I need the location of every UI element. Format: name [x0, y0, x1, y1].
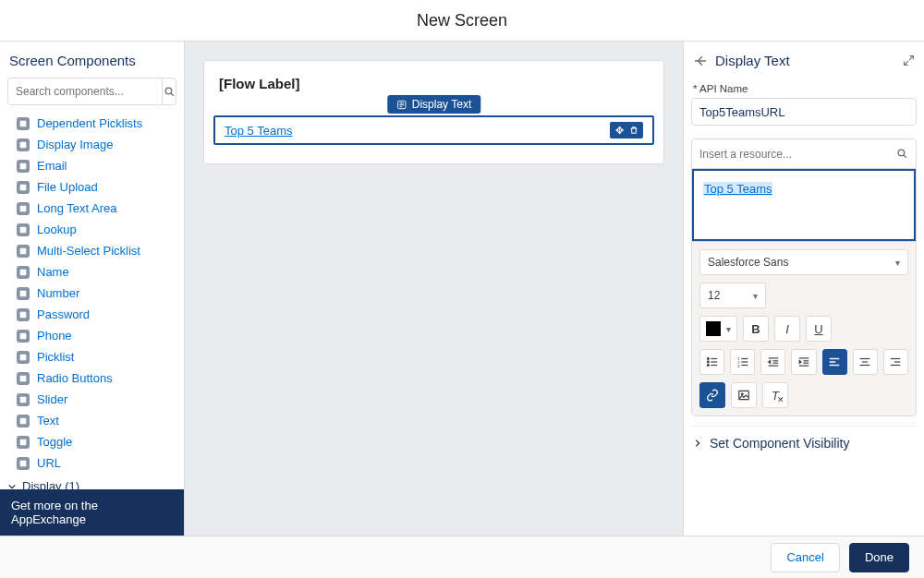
- component-link[interactable]: Radio Buttons: [37, 371, 113, 385]
- color-swatch-icon: [706, 321, 721, 336]
- component-link[interactable]: Phone: [37, 329, 72, 343]
- component-link[interactable]: Number: [37, 286, 79, 300]
- component-item[interactable]: Name: [0, 261, 184, 283]
- component-link[interactable]: Multi-Select Picklist: [37, 244, 140, 258]
- component-icon: [17, 202, 30, 215]
- svg-point-0: [165, 88, 172, 94]
- search-icon[interactable]: [896, 148, 908, 160]
- component-item[interactable]: Display Image: [0, 134, 184, 155]
- canvas-item-pill: Display Text: [387, 95, 480, 114]
- component-link[interactable]: Text: [37, 414, 59, 427]
- underline-button[interactable]: U: [806, 316, 832, 342]
- component-link[interactable]: Lookup: [37, 223, 77, 236]
- component-item[interactable]: Slider: [0, 389, 184, 410]
- component-link[interactable]: Picklist: [37, 350, 74, 364]
- component-item[interactable]: Dependent Picklists: [0, 113, 184, 134]
- component-icon: [17, 287, 30, 300]
- align-left-button[interactable]: [822, 349, 847, 375]
- font-family-select[interactable]: Salesforce Sans: [699, 249, 908, 275]
- component-item[interactable]: Number: [0, 283, 184, 304]
- component-link[interactable]: File Upload: [37, 180, 98, 194]
- component-list: Dependent PicklistsDisplay ImageEmailFil…: [0, 113, 184, 489]
- component-link[interactable]: Password: [37, 307, 90, 321]
- right-panel-title: Display Text: [715, 53, 790, 68]
- bold-button[interactable]: B: [743, 316, 769, 342]
- component-icon: [17, 372, 30, 385]
- component-item[interactable]: Multi-Select Picklist: [0, 240, 184, 261]
- font-size-select[interactable]: 12: [699, 283, 766, 308]
- component-link[interactable]: Dependent Picklists: [37, 116, 142, 130]
- link-button[interactable]: [699, 382, 725, 408]
- component-item[interactable]: Radio Buttons: [0, 367, 184, 389]
- component-link[interactable]: Display Image: [37, 138, 113, 151]
- svg-rect-16: [20, 417, 27, 424]
- screen-card: [Flow Label] Display Text Top 5 Teams ✥: [203, 60, 664, 164]
- align-center-button[interactable]: [853, 349, 878, 375]
- chevron-down-icon: [7, 482, 17, 490]
- svg-rect-14: [20, 375, 27, 381]
- cancel-button[interactable]: Cancel: [771, 543, 839, 572]
- indent-button[interactable]: [791, 349, 816, 375]
- svg-line-1: [170, 92, 173, 95]
- component-item[interactable]: Long Text Area: [0, 198, 184, 219]
- component-link[interactable]: Email: [37, 159, 67, 173]
- italic-button[interactable]: I: [774, 316, 800, 342]
- component-search-input[interactable]: [8, 78, 162, 104]
- canvas-display-text-item[interactable]: Display Text Top 5 Teams ✥: [213, 115, 654, 145]
- component-link[interactable]: Toggle: [37, 435, 72, 449]
- search-icon[interactable]: [162, 78, 176, 104]
- display-group-header[interactable]: Display (1): [0, 474, 184, 489]
- api-name-input[interactable]: [691, 98, 917, 126]
- move-icon[interactable]: ✥: [614, 125, 625, 136]
- expand-icon[interactable]: [903, 54, 915, 66]
- done-button[interactable]: Done: [849, 543, 909, 572]
- component-item[interactable]: URL: [0, 452, 184, 474]
- svg-rect-18: [20, 460, 27, 466]
- component-link[interactable]: Slider: [37, 392, 67, 406]
- svg-rect-6: [20, 205, 27, 211]
- bulleted-list-button[interactable]: [699, 349, 724, 375]
- api-name-label: API Name: [693, 83, 915, 94]
- svg-rect-5: [20, 184, 27, 190]
- back-icon[interactable]: [693, 54, 708, 68]
- component-item[interactable]: Password: [0, 304, 184, 325]
- component-item[interactable]: Phone: [0, 325, 184, 346]
- numbered-list-button[interactable]: 123: [730, 349, 755, 375]
- right-panel: Display Text API Name Top 5 Teams Salesf…: [684, 42, 924, 536]
- component-item[interactable]: Lookup: [0, 219, 184, 240]
- canvas-item-tools: ✥: [610, 122, 643, 138]
- canvas-area[interactable]: [Flow Label] Display Text Top 5 Teams ✥: [185, 42, 684, 536]
- chevron-right-icon: [693, 439, 702, 448]
- footer: Cancel Done: [0, 536, 924, 578]
- clear-formatting-button[interactable]: T✕: [762, 382, 788, 408]
- component-link[interactable]: URL: [37, 456, 61, 470]
- component-item[interactable]: Email: [0, 155, 184, 176]
- delete-icon[interactable]: [628, 125, 639, 136]
- visibility-accordion[interactable]: Set Component Visibility: [691, 426, 917, 454]
- rte-content[interactable]: Top 5 Teams: [692, 169, 916, 241]
- left-panel-title: Screen Components: [0, 42, 184, 78]
- svg-point-56: [741, 393, 743, 395]
- component-link[interactable]: Name: [37, 265, 69, 279]
- component-item[interactable]: Text: [0, 410, 184, 431]
- component-icon: [17, 436, 30, 449]
- component-item[interactable]: Picklist: [0, 346, 184, 367]
- svg-rect-15: [20, 396, 27, 403]
- component-item[interactable]: Toggle: [0, 431, 184, 452]
- align-right-button[interactable]: [883, 349, 908, 375]
- resource-search-input[interactable]: [699, 148, 896, 161]
- svg-text:3: 3: [737, 364, 740, 368]
- display-text-icon: [396, 100, 407, 110]
- rich-text-editor: Top 5 Teams Salesforce Sans 12 B I: [691, 138, 917, 416]
- svg-rect-9: [20, 269, 27, 275]
- text-color-button[interactable]: [699, 316, 737, 342]
- appexchange-link[interactable]: Get more on the AppExchange: [0, 489, 184, 536]
- svg-rect-11: [20, 311, 27, 318]
- component-icon: [17, 393, 30, 406]
- component-item[interactable]: File Upload: [0, 176, 184, 198]
- component-link[interactable]: Long Text Area: [37, 201, 117, 215]
- svg-point-26: [707, 358, 709, 360]
- outdent-button[interactable]: [760, 349, 785, 375]
- image-button[interactable]: [731, 382, 757, 408]
- svg-rect-12: [20, 332, 27, 339]
